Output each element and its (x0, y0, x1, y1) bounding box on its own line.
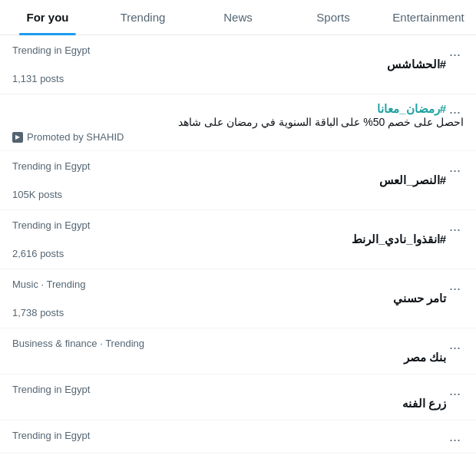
trend-actions: ... (446, 384, 464, 397)
trend-actions: ... (446, 45, 464, 58)
more-button[interactable]: ... (446, 219, 464, 233)
tab-sports[interactable]: Sports (286, 0, 381, 35)
promoted-icon (12, 132, 23, 143)
promoted-label: Promoted by SHAHID (12, 131, 464, 143)
more-button[interactable]: ... (446, 102, 464, 116)
trend-info: #رمضان_معانا (12, 102, 446, 116)
more-button[interactable]: ... (446, 160, 464, 174)
tab-bar: For you Trending News Sports Entertainme… (0, 0, 476, 35)
more-button[interactable]: ... (446, 430, 464, 444)
trend-info: Music · Trending تامر حسني 1,738 posts (12, 279, 446, 318)
trend-actions: ... (446, 102, 464, 116)
trend-info: Trending in Egypt #الحشاشس 1,131 posts (12, 45, 446, 84)
trend-info: Trending in Egypt (12, 430, 446, 443)
more-button[interactable]: ... (446, 279, 464, 292)
trend-info: Business & finance · Trending بنك مصر (12, 338, 446, 364)
trend-item: Trending in Egypt ... (0, 420, 476, 453)
more-button[interactable]: ... (446, 338, 464, 351)
more-button[interactable]: ... (446, 45, 464, 58)
trend-item: Business & finance · Trending بنك مصر ..… (0, 328, 476, 374)
trend-item: Trending in Egypt #النصر_العس 105K posts… (0, 151, 476, 210)
trending-list: Trending in Egypt #الحشاشس 1,131 posts .… (0, 35, 476, 453)
tab-news[interactable]: News (190, 0, 286, 35)
tab-for-you[interactable]: For you (0, 0, 95, 35)
trend-info: Trending in Egypt #انقذوا_نادي_الرنط 2,6… (12, 219, 446, 259)
trend-actions: ... (446, 279, 464, 292)
trend-item: Trending in Egypt زرع الفنه ... (0, 374, 476, 420)
trend-item: Trending in Egypt #انقذوا_نادي_الرنط 2,6… (0, 210, 476, 269)
trend-info: Trending in Egypt زرع الفنه (12, 384, 446, 411)
tab-entertainment[interactable]: Entertainment (381, 0, 476, 35)
trend-item: Music · Trending تامر حسني 1,738 posts .… (0, 269, 476, 328)
trend-actions: ... (446, 219, 464, 233)
trend-actions: ... (446, 338, 464, 351)
more-button[interactable]: ... (446, 384, 464, 397)
trend-info: Trending in Egypt #النصر_العس 105K posts (12, 160, 446, 200)
trend-item: Trending in Egypt #الحشاشس 1,131 posts .… (0, 35, 476, 94)
tab-trending[interactable]: Trending (95, 0, 190, 35)
trend-actions: ... (446, 430, 464, 444)
trend-item-promoted: #رمضان_معانا ... احصل على خصم 50% على ال… (0, 94, 476, 151)
tabs-container: For you Trending News Sports Entertainme… (0, 0, 476, 35)
promoted-content: احصل على خصم 50% على الباقة السنوية في ر… (12, 116, 464, 143)
trend-actions: ... (446, 160, 464, 174)
